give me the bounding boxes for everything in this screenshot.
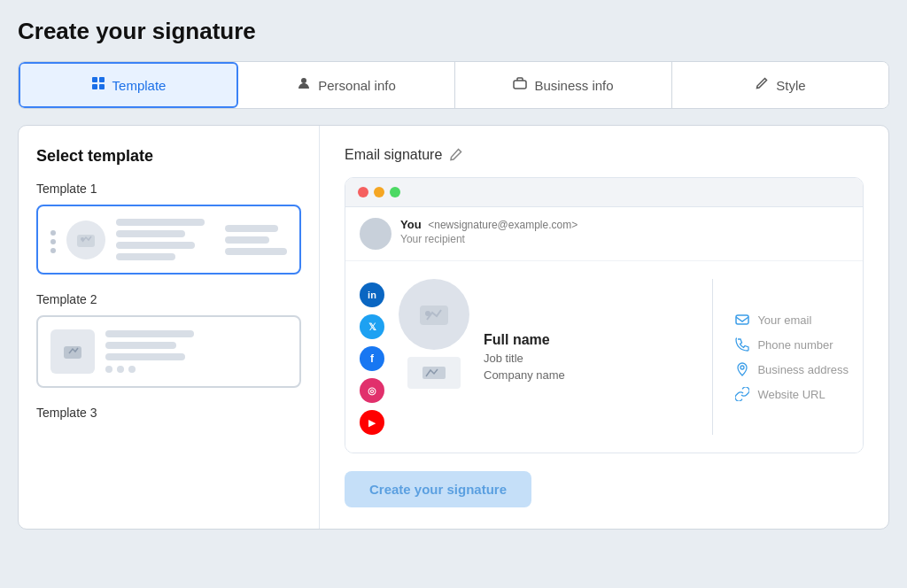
- svg-rect-9: [420, 306, 448, 325]
- sig-phone-row: Phone number: [734, 337, 849, 352]
- create-signature-button[interactable]: Create your signature: [345, 471, 531, 507]
- template-label-1: Template 1: [36, 182, 301, 196]
- tab-personal-label: Personal info: [318, 78, 396, 93]
- tab-template[interactable]: Template: [19, 62, 238, 108]
- youtube-icon[interactable]: ▶: [360, 410, 384, 435]
- sig-address-placeholder: Business address: [757, 363, 849, 376]
- main-content: Select template Template 1: [18, 125, 889, 530]
- window-bar: [345, 178, 863, 207]
- email-signature-header: Email signature: [345, 147, 864, 163]
- svg-point-10: [425, 311, 430, 316]
- profile-placeholder-icon: [415, 295, 454, 334]
- sig-profile-area: [399, 279, 469, 435]
- tab-style-label: Style: [776, 78, 805, 93]
- sig-email-row: Your email: [734, 312, 849, 328]
- edit-signature-icon[interactable]: [449, 147, 465, 163]
- left-panel: Select template Template 1: [19, 126, 320, 529]
- svg-rect-3: [99, 84, 105, 89]
- pen-icon: [755, 76, 769, 94]
- template-card-1[interactable]: [36, 205, 301, 275]
- select-template-title: Select template: [36, 147, 301, 166]
- tab-business-info[interactable]: Business info: [455, 62, 672, 108]
- twitter-icon[interactable]: 𝕏: [360, 314, 384, 339]
- svg-rect-0: [92, 77, 97, 82]
- grid-icon: [91, 76, 105, 94]
- dot-green: [390, 187, 400, 197]
- tab-personal-info[interactable]: Personal info: [238, 62, 455, 108]
- tabs-bar: Template Personal info Business info Sty…: [18, 61, 889, 109]
- from-email: <newsignature@example.com>: [428, 219, 578, 231]
- email-contact-icon: [734, 312, 750, 328]
- svg-rect-2: [92, 84, 97, 89]
- template-card-2[interactable]: [36, 315, 301, 388]
- sig-website-row: Website URL: [734, 386, 849, 402]
- svg-point-4: [301, 78, 306, 83]
- email-signature-label: Email signature: [345, 147, 442, 163]
- sig-phone-placeholder: Phone number: [757, 338, 833, 352]
- dot-yellow: [374, 187, 384, 197]
- linkedin-icon[interactable]: in: [360, 282, 384, 307]
- instagram-icon[interactable]: ◎: [360, 378, 384, 403]
- email-meta: You <newsignature@example.com> Your reci…: [345, 207, 863, 261]
- template-label-3: Template 3: [36, 406, 301, 420]
- svg-rect-5: [514, 81, 526, 89]
- sig-address-row: Business address: [734, 361, 849, 377]
- right-panel: Email signature You <newsignature@exampl…: [320, 126, 888, 529]
- location-contact-icon: [734, 361, 750, 377]
- tab-style[interactable]: Style: [672, 62, 888, 108]
- sig-fullname: Full name: [484, 332, 691, 348]
- profile-circle: [399, 279, 469, 350]
- facebook-icon[interactable]: f: [360, 346, 384, 371]
- sig-jobtitle: Job title: [484, 352, 691, 365]
- svg-rect-1: [99, 77, 105, 82]
- template-label-2: Template 2: [36, 292, 301, 306]
- sig-divider: [712, 279, 713, 435]
- sig-info: Full name Job title Company name: [484, 279, 691, 435]
- tab-business-label: Business info: [534, 78, 613, 93]
- signature-box: in 𝕏 f ◎ ▶: [345, 261, 863, 453]
- recipient: Your recipient: [400, 233, 578, 245]
- svg-point-7: [81, 237, 84, 241]
- sig-company: Company name: [484, 368, 691, 382]
- page-title: Create your signature: [18, 18, 889, 45]
- email-preview-window: You <newsignature@example.com> Your reci…: [345, 177, 864, 453]
- social-icons-column: in 𝕏 f ◎ ▶: [360, 279, 384, 435]
- from-name: You: [400, 218, 422, 231]
- phone-contact-icon: [734, 337, 750, 352]
- sig-contacts: Your email Phone number Business address: [734, 279, 849, 435]
- dot-red: [358, 187, 368, 197]
- svg-point-13: [740, 366, 744, 369]
- link-contact-icon: [734, 386, 750, 402]
- tab-template-label: Template: [112, 78, 167, 93]
- person-icon: [297, 76, 311, 94]
- sig-email-placeholder: Your email: [757, 313, 811, 327]
- sig-logo-box: [407, 357, 461, 389]
- avatar: [360, 218, 391, 250]
- svg-rect-12: [736, 315, 748, 324]
- briefcase-icon: [513, 76, 527, 94]
- sig-website-placeholder: Website URL: [757, 388, 825, 401]
